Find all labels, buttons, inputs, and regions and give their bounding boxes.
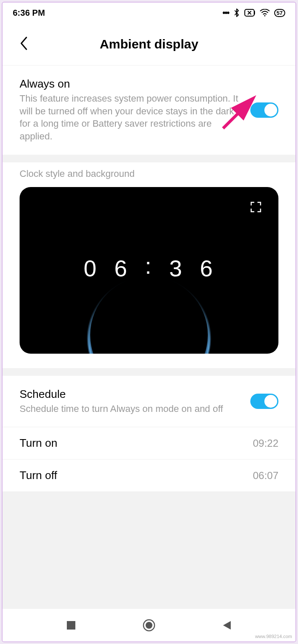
schedule-desc: Schedule time to turn Always on mode on … (20, 403, 244, 415)
turn-off-value: 06:07 (253, 470, 278, 482)
app-bar: Ambient display (3, 23, 295, 65)
turn-on-label: Turn on (20, 437, 246, 450)
schedule-row[interactable]: Schedule Schedule time to turn Always on… (3, 376, 295, 428)
circle-icon (143, 619, 155, 632)
page-title: Ambient display (3, 37, 295, 51)
clock-digit-3: 3 (169, 255, 184, 281)
bluetooth-icon (233, 8, 240, 17)
system-nav-bar (3, 608, 295, 641)
square-icon (66, 621, 76, 630)
svg-marker-11 (223, 621, 231, 630)
svg-rect-7 (86, 275, 212, 348)
eclipse-graphic (86, 275, 212, 354)
back-nav-button[interactable] (218, 617, 235, 634)
schedule-title: Schedule (20, 388, 244, 401)
turn-off-row[interactable]: Turn off 06:07 (3, 460, 295, 491)
svg-point-10 (146, 622, 152, 629)
turn-off-label: Turn off (20, 469, 246, 482)
svg-rect-1 (254, 11, 255, 14)
clock-style-section-label: Clock style and background (3, 162, 295, 187)
wifi-icon (260, 9, 270, 17)
clock-style-preview[interactable]: 0 6 : 3 6 (20, 187, 278, 354)
clock-digit-1: 0 (83, 255, 98, 281)
clock-digit-2: 6 (114, 255, 129, 281)
svg-rect-8 (67, 621, 75, 630)
fullscreen-icon[interactable] (250, 201, 261, 214)
status-right-icons: ••• 57 (223, 8, 285, 18)
chevron-left-icon (20, 36, 28, 51)
clock-digit-4: 6 (200, 255, 215, 281)
expand-icon (250, 201, 261, 213)
recent-apps-button[interactable] (63, 617, 80, 634)
home-button[interactable] (140, 617, 158, 634)
svg-point-2 (264, 15, 265, 17)
always-on-desc: This feature increases system power cons… (20, 92, 244, 143)
more-dots-icon: ••• (223, 8, 229, 18)
status-time: 6:36 PM (13, 8, 45, 18)
clock-colon: : (145, 252, 153, 279)
empty-space (3, 491, 295, 608)
status-bar: 6:36 PM ••• 57 (3, 3, 295, 23)
always-on-toggle[interactable] (250, 102, 278, 118)
battery-percent-badge: 57 (274, 9, 285, 17)
section-divider (3, 155, 295, 162)
clock-time-display: 0 6 : 3 6 (20, 255, 278, 281)
schedule-toggle[interactable] (250, 394, 278, 409)
turn-on-value: 09:22 (253, 437, 278, 449)
section-divider (3, 368, 295, 376)
always-on-title: Always on (20, 77, 244, 91)
always-on-row[interactable]: Always on This feature increases system … (3, 65, 295, 155)
back-button[interactable] (20, 36, 28, 52)
turn-on-row[interactable]: Turn on 09:22 (3, 427, 295, 460)
triangle-left-icon (222, 620, 232, 630)
battery-saver-icon (244, 9, 255, 17)
